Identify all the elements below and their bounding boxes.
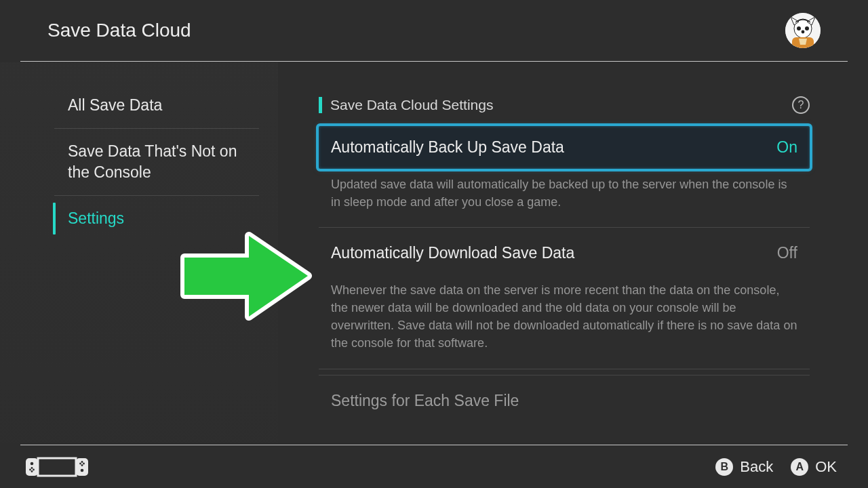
help-icon[interactable]: ?: [792, 96, 810, 114]
sidebar-item-settings[interactable]: Settings: [54, 196, 259, 241]
option-description: Whenever the save data on the server is …: [319, 274, 810, 356]
b-button-icon: B: [715, 458, 733, 476]
svg-point-2: [797, 26, 801, 30]
ok-label: OK: [815, 458, 837, 476]
svg-point-16: [83, 462, 85, 464]
header-divider: [20, 61, 848, 62]
option-auto-backup: Automatically Back Up Save Data On Updat…: [319, 126, 810, 228]
option-value: Off: [777, 244, 797, 262]
svg-rect-6: [26, 458, 38, 476]
svg-point-15: [79, 462, 81, 464]
footer-actions: B Back A OK: [715, 458, 837, 476]
back-label: Back: [740, 458, 773, 476]
svg-rect-7: [76, 458, 88, 476]
svg-point-18: [81, 464, 83, 466]
option-label: Automatically Back Up Save Data: [331, 138, 564, 157]
sidebar-item-all-save-data[interactable]: All Save Data: [54, 83, 259, 129]
avatar-icon: [785, 13, 821, 48]
a-button-icon: A: [791, 458, 808, 476]
option-auto-download: Automatically Download Save Data Off Whe…: [319, 232, 810, 369]
ok-button[interactable]: A OK: [791, 458, 837, 476]
option-label: Automatically Download Save Data: [331, 244, 574, 262]
svg-point-17: [81, 461, 83, 463]
controller-icon[interactable]: [26, 456, 88, 478]
option-settings-per-file[interactable]: Settings for Each Save File: [319, 375, 810, 410]
sidebar: All Save Data Save Data That's Not on th…: [0, 62, 278, 443]
svg-point-12: [33, 468, 35, 470]
user-avatar[interactable]: [785, 13, 821, 48]
svg-point-13: [31, 467, 33, 469]
svg-point-4: [802, 30, 805, 34]
option-auto-download-row[interactable]: Automatically Download Save Data Off: [319, 232, 810, 274]
footer: B Back A OK: [20, 445, 848, 488]
section-title: Save Data Cloud Settings: [319, 97, 493, 113]
svg-point-11: [29, 468, 31, 470]
option-description: Updated save data will automatically be …: [319, 169, 810, 215]
svg-rect-8: [38, 458, 76, 476]
option-auto-backup-row[interactable]: Automatically Back Up Save Data On: [319, 126, 810, 169]
svg-point-10: [81, 468, 84, 472]
option-value: On: [776, 138, 797, 157]
svg-point-9: [31, 462, 34, 465]
header: Save Data Cloud: [0, 0, 868, 61]
svg-point-14: [31, 470, 33, 472]
section-header: Save Data Cloud Settings ?: [319, 96, 810, 114]
back-button[interactable]: B Back: [715, 458, 773, 476]
main-panel: Save Data Cloud Settings ? Automatically…: [278, 62, 868, 443]
sidebar-item-not-on-console[interactable]: Save Data That's Not on the Console: [54, 129, 259, 196]
body: All Save Data Save Data That's Not on th…: [0, 62, 868, 443]
svg-point-3: [805, 26, 809, 30]
page-title: Save Data Cloud: [47, 20, 191, 41]
